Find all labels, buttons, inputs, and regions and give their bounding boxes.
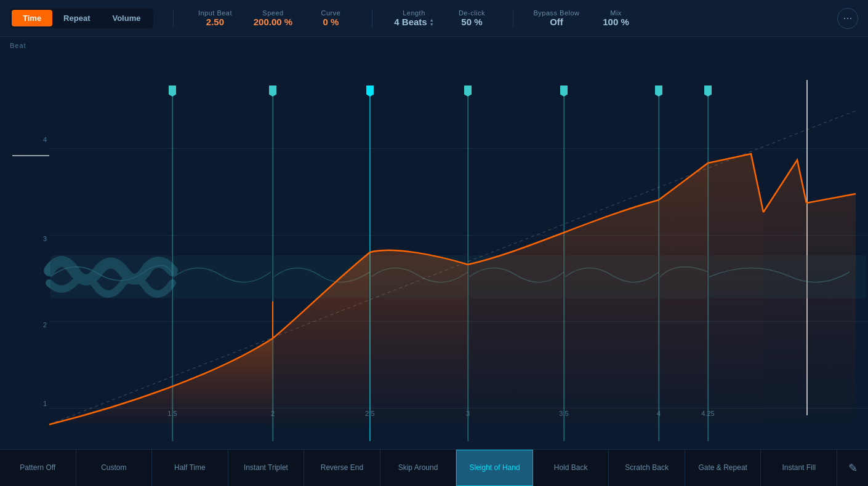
param-declick-label: De-click	[459, 9, 485, 17]
visualization-svg	[0, 37, 868, 449]
pattern-btn-instant-fill[interactable]: Instant Fill	[761, 450, 837, 486]
pattern-btn-scratch-back[interactable]: Scratch Back	[609, 450, 685, 486]
svg-rect-1	[174, 255, 271, 298]
param-curve-label: Curve	[321, 9, 341, 17]
top-bar: Time Repeat Volume Input Beat 2.50 Speed…	[0, 0, 868, 37]
menu-button[interactable]: ···	[837, 8, 858, 29]
param-length-label: Length	[403, 9, 425, 17]
bottom-bar: Pattern OffCustomHalf TimeInstant Triple…	[0, 449, 868, 486]
param-speed-value[interactable]: 200.00 %	[254, 17, 292, 27]
param-bypass-label: Bypass Below	[533, 9, 579, 17]
pattern-btn-pattern-off[interactable]: Pattern Off	[0, 450, 76, 486]
length-up-icon[interactable]: ▲	[430, 18, 434, 22]
param-curve-value[interactable]: 0 %	[323, 17, 339, 27]
param-bypass: Bypass Below Off	[533, 9, 579, 27]
pattern-btn-sleight-of-hand[interactable]: Sleight of Hand	[456, 450, 533, 486]
param-speed: Speed 200.00 %	[251, 9, 294, 27]
svg-rect-0	[50, 255, 171, 298]
param-input-beat-label: Input Beat	[198, 9, 232, 17]
tab-volume[interactable]: Volume	[101, 10, 151, 26]
param-mix: Mix 100 %	[595, 9, 638, 27]
pattern-btn-skip-around[interactable]: Skip Around	[380, 450, 457, 486]
param-length: Length 4 Beats ▲ ▼	[392, 9, 435, 27]
param-mix-value[interactable]: 100 %	[603, 17, 629, 27]
param-input-beat: Input Beat 2.50	[193, 9, 236, 27]
divider-1	[173, 9, 174, 28]
param-bypass-value[interactable]: Off	[550, 17, 563, 27]
tab-group: Time Repeat Volume	[10, 8, 153, 28]
edit-button[interactable]: ✎	[837, 450, 868, 486]
length-down-icon[interactable]: ▼	[430, 22, 434, 26]
divider-2	[372, 9, 372, 28]
divider-3	[513, 9, 513, 28]
param-length-value[interactable]: 4 Beats ▲ ▼	[394, 17, 433, 27]
param-mix-label: Mix	[610, 9, 622, 17]
param-speed-label: Speed	[262, 9, 283, 17]
tab-repeat[interactable]: Repeat	[52, 10, 101, 26]
pattern-btn-gate-&-repeat[interactable]: Gate & Repeat	[685, 450, 762, 486]
main-canvas: Beat 4 3 2 1 1.5 2 2.5 3 3.5 4 4.25	[0, 37, 868, 449]
param-curve: Curve 0 %	[309, 9, 352, 27]
param-input-beat-value[interactable]: 2.50	[206, 17, 224, 27]
tab-time[interactable]: Time	[12, 10, 52, 26]
pattern-btn-half-time[interactable]: Half Time	[152, 450, 228, 486]
pattern-btn-reverse-end[interactable]: Reverse End	[304, 450, 380, 486]
pattern-btn-custom[interactable]: Custom	[76, 450, 153, 486]
pattern-btn-instant-triplet[interactable]: Instant Triplet	[228, 450, 305, 486]
param-declick-value[interactable]: 50 %	[461, 17, 482, 27]
param-declick: De-click 50 %	[450, 9, 493, 27]
pattern-btn-hold-back[interactable]: Hold Back	[533, 450, 609, 486]
